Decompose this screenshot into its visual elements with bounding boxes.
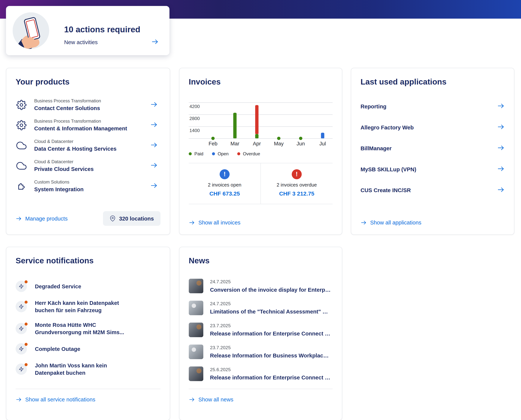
news-date: 24.7.2025 [210, 279, 331, 285]
product-row-datacenter-hosting[interactable]: Cloud & Datacenter Data Center & Hosting… [15, 135, 161, 156]
notification-row[interactable]: John Martin Voss kann kein Datenpaket bu… [15, 358, 161, 380]
notification-text: Herr Käch kann kein Datenpaket buchen fü… [35, 299, 125, 314]
news-item[interactable]: 23.7.2025 Release information for Enterp… [189, 319, 333, 341]
chart-bar-open [321, 133, 324, 138]
chart-zero-marker [277, 137, 281, 140]
arrow-right-icon[interactable] [150, 182, 158, 191]
application-row-allegro-factory-web[interactable]: Allegro Factory Web [360, 117, 505, 138]
product-category: Business Process Transformation [34, 118, 127, 124]
show-all-service-notifications-link[interactable]: Show all service notifications [15, 396, 95, 403]
application-row-billmanager[interactable]: BillManager [360, 138, 505, 159]
alert-badge-dot [25, 300, 28, 304]
application-name: Reporting [360, 104, 386, 110]
product-row-content-information[interactable]: Business Process Transformation Content … [15, 115, 161, 135]
news-date: 23.7.2025 [210, 322, 331, 329]
dashboard-page: 10 actions required New activities Your … [0, 0, 521, 420]
alert-badge-dot [25, 280, 28, 283]
service-notifications-title: Service notifications [15, 256, 161, 266]
arrow-right-icon[interactable] [497, 144, 505, 153]
news-item-title: Release Information for Business Workpla… [210, 352, 331, 359]
locations-label: 320 locations [119, 215, 154, 222]
overdue-invoices-amount: CHF 3 212.75 [279, 190, 314, 197]
arrow-right-icon[interactable] [497, 102, 505, 111]
products-list: Business Process Transformation Contact … [15, 95, 161, 196]
service-notifications-card: Service notifications Degraded Service H… [6, 247, 170, 420]
chart-zero-marker [211, 137, 215, 140]
notification-row[interactable]: Monte Rosa Hütte WHC Grundversorgung mit… [15, 318, 161, 340]
show-all-news-link[interactable]: Show all news [189, 396, 234, 403]
show-all-applications-label: Show all applications [370, 219, 421, 226]
product-row-private-cloud[interactable]: Cloud & Datacenter Private Cloud Service… [15, 156, 161, 176]
open-invoices-label: 2 invoices open [208, 182, 241, 188]
news-item[interactable]: 24.7.2025 Conversion of the invoice disp… [189, 275, 333, 297]
news-date: 23.7.2025 [210, 345, 331, 351]
news-date: 25.6.2025 [210, 367, 331, 373]
product-category: Cloud & Datacenter [34, 159, 94, 165]
phone-in-hand-illustration [13, 12, 49, 49]
application-row-mysb-skillup[interactable]: MySB SKILLup (VPN) [360, 159, 505, 180]
manage-products-link[interactable]: Manage products [15, 215, 67, 222]
news-list: 24.7.2025 Conversion of the invoice disp… [189, 275, 333, 385]
your-products-title: Your products [15, 77, 161, 87]
show-all-applications-link[interactable]: Show all applications [360, 219, 421, 226]
product-row-contact-center[interactable]: Business Process Transformation Contact … [15, 95, 161, 115]
news-item[interactable]: 25.6.2025 Release information for Enterp… [189, 363, 333, 385]
arrow-right-icon[interactable] [151, 38, 159, 47]
new-activities-link[interactable]: New activities [64, 39, 98, 46]
puzzle-icon [15, 180, 27, 192]
notification-text: Monte Rosa Hütte WHC Grundversorgung mit… [35, 321, 125, 336]
locations-button[interactable]: 320 locations [103, 211, 161, 226]
product-name: Contact Center Solutions [34, 105, 101, 112]
news-thumbnail [189, 300, 204, 315]
chart-bar-overdue [255, 105, 259, 134]
lightning-icon [15, 301, 27, 312]
arrow-right-icon[interactable] [150, 100, 158, 110]
product-name: Data Center & Hosting Services [34, 145, 116, 152]
overdue-invoices-label: 2 invoices overdue [277, 182, 317, 188]
news-item-title: Limitations of the "Technical Assessment… [210, 308, 331, 315]
application-row-reporting[interactable]: Reporting [360, 96, 505, 117]
arrow-right-icon[interactable] [150, 141, 158, 150]
application-row-cus-create[interactable]: CUS Create INC/SR [360, 180, 505, 201]
open-alert-icon: ! [220, 169, 229, 179]
show-all-invoices-link[interactable]: Show all invoices [189, 219, 240, 226]
news-thumbnail [189, 322, 204, 337]
arrow-right-icon[interactable] [150, 161, 158, 170]
news-date: 24.7.2025 [210, 300, 331, 307]
open-invoices-amount: CHF 673.25 [209, 190, 240, 197]
lightning-icon [15, 281, 27, 292]
notification-row[interactable]: Degraded Service [15, 277, 161, 296]
last-used-applications-card: Last used applications Reporting Allegro… [351, 68, 514, 235]
overdue-invoices-stat: ! 2 invoices overdue CHF 3 212.75 [261, 163, 333, 204]
application-name: MySB SKILLup (VPN) [360, 166, 416, 172]
gear-icon [15, 120, 27, 131]
notification-row[interactable]: Herr Käch kann kein Datenpaket buchen fü… [15, 296, 161, 318]
actions-required-title: 10 actions required [64, 25, 140, 34]
actions-required-card[interactable]: 10 actions required New activities [6, 6, 169, 55]
news-item-title: Release information for Enterprise Conne… [210, 330, 331, 337]
news-thumbnail [189, 345, 204, 359]
notification-text: John Martin Voss kann kein Datenpaket bu… [35, 362, 125, 376]
legend-item-overdue: Overdue [237, 151, 260, 157]
alert-badge-dot [25, 363, 28, 366]
show-all-service-notifications-label: Show all service notifications [25, 396, 95, 403]
news-item[interactable]: 23.7.2025 Release Information for Busine… [189, 341, 333, 363]
news-item[interactable]: 24.7.2025 Limitations of the "Technical … [189, 297, 333, 319]
product-row-system-integration[interactable]: Custom Solutions System Integration [15, 176, 161, 196]
arrow-right-icon[interactable] [497, 186, 505, 195]
lightning-icon [15, 343, 27, 354]
chart-bar-paid [233, 113, 237, 138]
arrow-right-icon[interactable] [497, 123, 505, 132]
news-thumbnail [189, 367, 204, 381]
overdue-alert-icon: ! [292, 169, 302, 179]
product-name: Private Cloud Services [34, 165, 94, 172]
invoices-legend: PaidOpenOverdue [189, 151, 333, 157]
arrow-right-icon[interactable] [497, 165, 505, 174]
arrow-right-icon[interactable] [150, 121, 158, 130]
notification-row[interactable]: Complete Outage [15, 340, 161, 358]
gear-icon [15, 99, 27, 111]
legend-item-open: Open [212, 151, 229, 157]
application-name: BillManager [360, 145, 392, 152]
product-category: Cloud & Datacenter [34, 139, 116, 144]
news-footer: Show all news [189, 389, 333, 420]
